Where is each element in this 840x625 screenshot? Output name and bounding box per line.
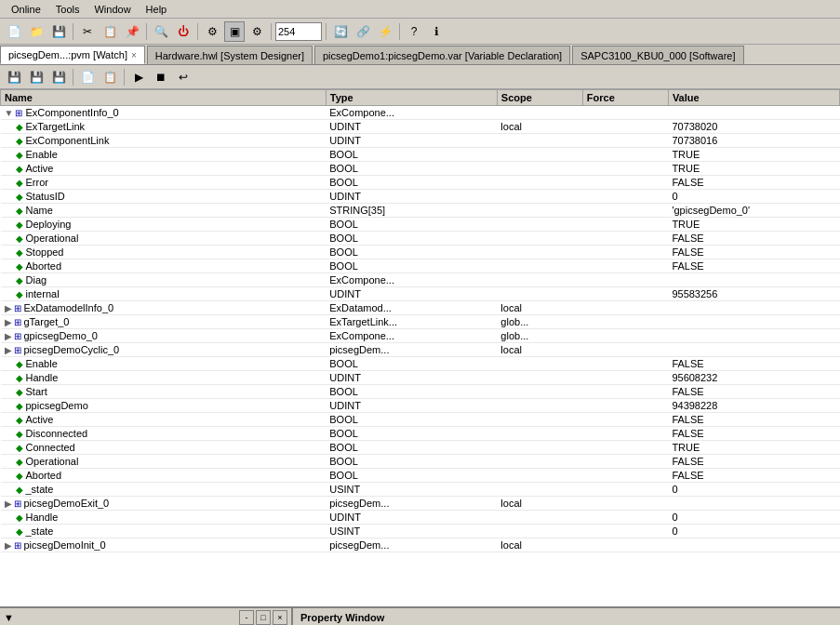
table-row[interactable]: ◆internalUDINT95583256 bbox=[1, 287, 840, 301]
var-type: STRING[35] bbox=[326, 204, 497, 218]
expand-icon[interactable]: ▶ bbox=[5, 499, 12, 509]
table-row[interactable]: ◆EnableBOOLTRUE bbox=[1, 148, 840, 162]
table-row[interactable]: ◆_stateUSINT0 bbox=[1, 483, 840, 497]
var-scope: local bbox=[497, 301, 582, 315]
tb-settings-btn[interactable]: ⚙ bbox=[202, 21, 222, 42]
tb-new-btn[interactable]: 📄 bbox=[4, 21, 24, 42]
var-scope bbox=[497, 385, 582, 399]
menu-tools[interactable]: Tools bbox=[48, 2, 87, 17]
table-row[interactable]: ◆OperationalBOOLFALSE bbox=[1, 232, 840, 246]
table-row[interactable]: ◆ActiveBOOLFALSE bbox=[1, 413, 840, 427]
table-row[interactable]: ◆ActiveBOOLTRUE bbox=[1, 162, 840, 176]
panel-maximize-btn[interactable]: □ bbox=[256, 610, 271, 625]
table-row[interactable]: ◆AbortedBOOLFALSE bbox=[1, 259, 840, 273]
table-row[interactable]: ◆ErrorBOOLFALSE bbox=[1, 176, 840, 190]
table-row[interactable]: ▶⊞picsegDemoCyclic_0picsegDem...local bbox=[1, 343, 840, 357]
tb-info-btn[interactable]: ℹ bbox=[426, 21, 447, 42]
table-row[interactable]: ▼⊞ExComponentInfo_0ExCompone... bbox=[1, 106, 840, 120]
tb-copy-btn[interactable]: 📋 bbox=[100, 21, 120, 42]
var-type: BOOL bbox=[326, 162, 497, 176]
tab-variable-label: picsegDemo1:picsegDemo.var [Variable Dec… bbox=[323, 50, 562, 61]
table-row[interactable]: ▶⊞gpicsegDemo_0ExCompone...glob... bbox=[1, 329, 840, 343]
table-row[interactable]: ◆NameSTRING[35]'gpicsegDemo_0' bbox=[1, 204, 840, 218]
table-row[interactable]: ◆ExComponentLinkUDINT70738016 bbox=[1, 134, 840, 148]
tab-watch[interactable]: picsegDem...:pvm [Watch] × bbox=[0, 46, 145, 64]
table-row[interactable]: ◆DeployingBOOLTRUE bbox=[1, 218, 840, 232]
table-row[interactable]: ▶⊞ExDatamodelInfo_0ExDatamod...local bbox=[1, 301, 840, 315]
tb-address-input[interactable] bbox=[275, 22, 322, 41]
tb-refresh-btn[interactable]: 🔄 bbox=[330, 21, 351, 42]
expand-icon[interactable]: ▼ bbox=[5, 108, 14, 118]
menu-online[interactable]: Online bbox=[4, 2, 48, 17]
tab-watch-close[interactable]: × bbox=[131, 50, 137, 60]
tb-open-btn[interactable]: 📁 bbox=[26, 21, 47, 42]
expand-icon[interactable]: ▶ bbox=[5, 345, 12, 355]
tb-connect-btn[interactable]: 🔗 bbox=[353, 21, 373, 42]
tb-save-btn[interactable]: 💾 bbox=[48, 21, 69, 42]
tb-help-btn[interactable]: ? bbox=[404, 21, 424, 42]
var-force bbox=[582, 315, 668, 329]
expand-icon[interactable]: ▶ bbox=[5, 540, 12, 551]
tb-disconnect-btn[interactable]: ⚡ bbox=[375, 21, 395, 42]
tb2-btn2[interactable]: 💾 bbox=[26, 67, 47, 87]
table-row[interactable]: ◆StartBOOLFALSE bbox=[1, 385, 840, 399]
tb2-btn3[interactable]: 💾 bbox=[48, 67, 69, 87]
tb2-btn7[interactable]: ⏹ bbox=[151, 67, 171, 87]
panel-close-btn[interactable]: × bbox=[273, 610, 287, 625]
table-row[interactable]: ▶⊞picsegDemoExit_0picsegDem...local bbox=[1, 497, 840, 511]
var-scope bbox=[497, 273, 582, 287]
col-header-force: Force bbox=[582, 90, 668, 106]
tab-software[interactable]: SAPC3100_KBU0_000 [Software] bbox=[572, 46, 743, 64]
table-row[interactable]: ◆ppicsegDemoUDINT94398228 bbox=[1, 399, 840, 413]
tb2-btn6[interactable]: ▶ bbox=[128, 67, 149, 87]
table-row[interactable]: ▶⊞picsegDemoInit_0picsegDem...local bbox=[1, 539, 840, 552]
table-row[interactable]: ◆EnableBOOLFALSE bbox=[1, 357, 840, 371]
table-row[interactable]: ◆AbortedBOOLFALSE bbox=[1, 469, 840, 483]
tb-build-btn[interactable]: ▣ bbox=[224, 21, 245, 42]
var-scope bbox=[497, 399, 582, 413]
toolbar: 📄 📁 💾 ✂ 📋 📌 🔍 ⏻ ⚙ ▣ ⚙ 🔄 🔗 ⚡ ? ℹ bbox=[0, 19, 840, 45]
tab-hardware-label: Hardware.hwl [System Designer] bbox=[155, 50, 304, 61]
tb2-btn1[interactable]: 💾 bbox=[4, 67, 24, 87]
var-scope bbox=[497, 483, 582, 497]
table-row[interactable]: ▶⊞gTarget_0ExTargetLink...glob... bbox=[1, 315, 840, 329]
var-type: BOOL bbox=[326, 441, 497, 455]
tb-search-btn[interactable]: 🔍 bbox=[151, 21, 171, 42]
var-name: Start bbox=[26, 386, 47, 397]
tb2-btn4[interactable]: 📄 bbox=[77, 67, 98, 87]
tree-icon: ◆ bbox=[16, 401, 23, 411]
var-scope: local bbox=[497, 539, 582, 552]
tree-icon: ◆ bbox=[16, 192, 23, 202]
tab-hardware[interactable]: Hardware.hwl [System Designer] bbox=[147, 46, 313, 64]
table-row[interactable]: ◆_stateUSINT0 bbox=[1, 525, 840, 539]
var-force bbox=[582, 539, 668, 552]
table-row[interactable]: ◆ExTargetLinkUDINTlocal70738020 bbox=[1, 120, 840, 134]
table-row[interactable]: ◆OperationalBOOLFALSE bbox=[1, 455, 840, 469]
menu-window[interactable]: Window bbox=[87, 2, 138, 17]
tb-paste-btn[interactable]: 📌 bbox=[122, 21, 142, 42]
var-force bbox=[582, 246, 668, 259]
var-type: picsegDem... bbox=[326, 497, 497, 511]
table-row[interactable]: ◆StatusIDUDINT0 bbox=[1, 190, 840, 204]
table-row[interactable]: ◆HandleUDINT0 bbox=[1, 511, 840, 525]
tb-power-btn[interactable]: ⏻ bbox=[173, 21, 193, 42]
var-name: Deploying bbox=[26, 219, 72, 230]
tb-deploy-btn[interactable]: ⚙ bbox=[247, 21, 267, 42]
tb-cut-btn[interactable]: ✂ bbox=[77, 21, 98, 42]
tb2-btn5[interactable]: 📋 bbox=[100, 67, 120, 87]
tab-variable[interactable]: picsegDemo1:picsegDemo.var [Variable Dec… bbox=[314, 46, 570, 64]
var-type: BOOL bbox=[326, 455, 497, 469]
table-row[interactable]: ◆HandleUDINT95608232 bbox=[1, 371, 840, 385]
table-row[interactable]: ◆DiagExCompone... bbox=[1, 273, 840, 287]
table-row[interactable]: ◆DisconnectedBOOLFALSE bbox=[1, 427, 840, 441]
expand-icon[interactable]: ▶ bbox=[5, 331, 12, 341]
expand-icon[interactable]: ▶ bbox=[5, 303, 12, 313]
tb2-btn8[interactable]: ↩ bbox=[173, 67, 193, 87]
expand-icon[interactable]: ▶ bbox=[5, 317, 12, 327]
table-row[interactable]: ◆StoppedBOOLFALSE bbox=[1, 246, 840, 259]
menu-help[interactable]: Help bbox=[139, 2, 175, 17]
var-name: Enable bbox=[26, 149, 58, 160]
col-header-name: Name bbox=[1, 90, 327, 106]
panel-minimize-btn[interactable]: - bbox=[239, 610, 254, 625]
table-row[interactable]: ◆ConnectedBOOLTRUE bbox=[1, 441, 840, 455]
